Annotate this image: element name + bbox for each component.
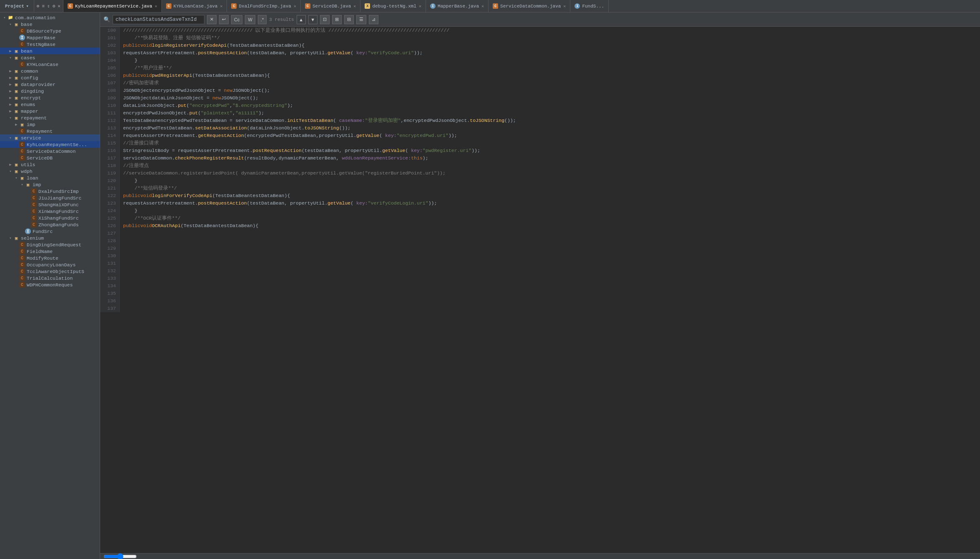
arrow-base: ▾ <box>8 22 13 27</box>
sidebar-item-KYHLoanCase[interactable]: C KYHLoanCase <box>0 61 100 68</box>
project-dropdown[interactable]: Project ▾ <box>0 0 34 13</box>
tab-debugTestNg[interactable]: X debug-testNg.xml ✕ <box>360 0 426 13</box>
sidebar-item-imp[interactable]: ▶ ▣ imp <box>0 121 100 128</box>
search-input[interactable] <box>113 15 204 24</box>
label-ServiceDB: ServiceDB <box>27 155 100 161</box>
tab-close-serviceDataCommon[interactable]: ✕ <box>563 4 566 9</box>
sidebar-item-ModifyRoute[interactable]: C ModifyRoute <box>0 255 100 261</box>
code-line-104: public void loginRegisterVerifyCodeApi(T… <box>123 42 977 49</box>
sidebar-item-enums[interactable]: ▶ ▣ enums <box>0 101 100 108</box>
code-line-123: String resultBody = requestAssertPretrea… <box>123 147 977 154</box>
sidebar-item-dingding[interactable]: ▶ ▣ dingding <box>0 88 100 94</box>
sidebar-item-service[interactable]: ▾ ▣ service <box>0 134 100 141</box>
settings-icon[interactable]: ⚙ <box>53 3 55 9</box>
expand-icon[interactable]: ⇕ <box>47 3 50 9</box>
label-bean: bean <box>21 48 100 54</box>
icon-WDPHCommonReques: C <box>19 282 25 288</box>
label-KYHLoanCase: KYHLoanCase <box>27 62 100 67</box>
sidebar-item-imp2[interactable]: ▾ ▣ imp <box>0 181 100 188</box>
sidebar-item-DxalFundSrcImp[interactable]: C DxalFundSrcImp <box>0 188 100 195</box>
sidebar-item-loan[interactable]: ▾ ▣ loan <box>0 175 100 181</box>
sidebar-item-base[interactable]: ▾ ▣ base <box>0 21 100 28</box>
sidebar-item-ServiceDataCommon[interactable]: C ServiceDataCommon <box>0 148 100 154</box>
search-regex-btn[interactable]: .* <box>258 15 267 24</box>
arrow-encrypt: ▶ <box>8 96 13 100</box>
tab-kyhLoanRepaymentService[interactable]: C KyhLoanRepaymentService.java ✕ <box>63 0 162 13</box>
sidebar-item-bean[interactable]: ▶ ▣ bean <box>0 48 100 54</box>
sidebar-item-TestNgBase[interactable]: C TestNgBase <box>0 41 100 48</box>
sidebar-item-wdph[interactable]: ▾ ▣ wdph <box>0 168 100 175</box>
label-cases: cases <box>21 55 100 61</box>
sidebar-item-com-automation[interactable]: ▾ 📁 com.automation <box>0 14 100 21</box>
tab-close-kyhLoanRepaymentService[interactable]: ✕ <box>155 4 157 9</box>
tab-close-serviceDB[interactable]: ✕ <box>353 4 356 9</box>
sidebar-item-ZhongBangFunds[interactable]: C ZhongBangFunds <box>0 221 100 228</box>
close-icon[interactable]: ✕ <box>58 3 60 9</box>
sidebar-item-OccupancyLoanDays[interactable]: C OccupancyLoanDays <box>0 261 100 268</box>
project-label: Project <box>5 4 24 9</box>
sidebar-item-encrypt[interactable]: ▶ ▣ encrypt <box>0 94 100 101</box>
folder-icon-loan: ▣ <box>19 175 25 181</box>
tab-serviceDataCommon[interactable]: C ServiceDataCommon.java ✕ <box>489 0 570 13</box>
sidebar-item-DingDingSendRequest[interactable]: C DingDingSendRequest <box>0 241 100 248</box>
sidebar-item-common[interactable]: ▶ ▣ common <box>0 68 100 74</box>
sidebar-item-selenium[interactable]: ▾ ▣ selenium <box>0 235 100 241</box>
search-case-btn[interactable]: Cc <box>231 15 242 24</box>
tab-close-dxalFundSrcImp[interactable]: ✕ <box>294 4 296 9</box>
sidebar-item-MapperBase[interactable]: I MapperBase <box>0 34 100 41</box>
sidebar-item-dataprovider[interactable]: ▶ ▣ dataprovider <box>0 81 100 88</box>
sidebar-item-TcclAwareObjectIputs[interactable]: C TcclAwareObjectIputS <box>0 268 100 275</box>
sidebar-item-WDPHCommonReques[interactable]: C WDPHCommonReques <box>0 281 100 288</box>
sidebar-item-JiuJiangFundSrc[interactable]: C JiuJiangFundSrc <box>0 195 100 201</box>
search-filter-btn[interactable]: ⊿ <box>369 15 378 24</box>
search-list-btn[interactable]: ☰ <box>356 15 366 24</box>
sidebar-item-TrialCalculation[interactable]: C TrialCalculation <box>0 275 100 281</box>
code-line-117: encryptedPwdJsonObject.put("plaintext","… <box>123 109 977 117</box>
search-prev-btn[interactable]: ▲ <box>297 15 306 24</box>
tab-fundSrc[interactable]: I FundS... <box>570 0 609 13</box>
sidebar-item-FieldName[interactable]: C FieldName <box>0 248 100 255</box>
folder-icon-dataprovider: ▣ <box>13 81 19 87</box>
horizontal-scrollbar[interactable] <box>103 554 137 559</box>
sidebar-item-config[interactable]: ▶ ▣ config <box>0 74 100 81</box>
icon-ShangHaiXDFunc: C <box>31 202 37 207</box>
sidebar-item-ShangHaiXDFunc[interactable]: C ShangHaiXDFunc <box>0 201 100 208</box>
sidebar-item-repayment[interactable]: ▾ ▣ repayment <box>0 114 100 121</box>
icon-TestNgBase: C <box>19 41 25 47</box>
search-next-btn[interactable]: ▼ <box>308 15 317 24</box>
tab-close-kyhLoanCase[interactable]: ✕ <box>220 4 222 9</box>
sidebar-item-mapper[interactable]: ▶ ▣ mapper <box>0 108 100 114</box>
arrow-cases: ▾ <box>8 56 13 60</box>
folder-icon-base: ▣ <box>13 21 19 27</box>
folder-icon-service: ▣ <box>13 135 19 141</box>
sidebar-item-DBSourceType[interactable]: C DBSourceType <box>0 28 100 34</box>
search-col-btn[interactable]: ⊟ <box>344 15 354 24</box>
search-replace-btn[interactable]: ↩ <box>219 15 229 24</box>
sidebar-item-XiShangFundSrc[interactable]: C XiShangFundSrc <box>0 215 100 221</box>
sidebar-item-cases[interactable]: ▾ ▣ cases <box>0 54 100 61</box>
sidebar-item-FundSrc[interactable]: I FundSrc <box>0 228 100 235</box>
tab-icon-kyhLoanRepaymentService: C <box>68 3 73 9</box>
scope-icon[interactable]: ⊕ <box>37 3 40 9</box>
arrow-service: ▾ <box>8 136 13 140</box>
search-expand-btn[interactable]: ⊞ <box>332 15 342 24</box>
tab-kyhLoanCase[interactable]: C KYHLoanCase.java ✕ <box>162 0 227 13</box>
sidebar-item-KyhLoanRepaymentSe[interactable]: C KyhLoanRepaymentSe... <box>0 141 100 148</box>
search-opts-btn[interactable]: ⊡ <box>320 15 330 24</box>
sidebar-item-utils[interactable]: ▶ ▣ utils <box>0 161 100 168</box>
sidebar-item-ServiceDB[interactable]: C ServiceDB <box>0 154 100 161</box>
arrow-config: ▶ <box>8 76 13 80</box>
tab-close-mapperBase[interactable]: ✕ <box>481 4 484 9</box>
collapse-icon[interactable]: ≡ <box>42 4 45 9</box>
tab-dxalFundSrcImp[interactable]: C DxalFundSrcImp.java ✕ <box>227 0 300 13</box>
tab-close-debugTestNg[interactable]: ✕ <box>419 4 421 9</box>
tab-icon-fundSrc: I <box>574 3 580 9</box>
search-word-btn[interactable]: W <box>245 15 255 24</box>
search-clear-btn[interactable]: ✕ <box>207 15 217 24</box>
code-editor[interactable]: 100101102103104 105106107108109 11011111… <box>100 27 980 553</box>
tab-mapperBase[interactable]: I MapperBase.java ✕ <box>426 0 489 13</box>
sidebar-item-Repayment[interactable]: C Repayment <box>0 128 100 134</box>
tab-serviceDB[interactable]: C ServiceDB.java ✕ <box>301 0 360 13</box>
label-DingDingSendRequest: DingDingSendRequest <box>27 242 100 248</box>
sidebar-item-XinWangFundSrc[interactable]: C XinWangFundSrc <box>0 208 100 215</box>
